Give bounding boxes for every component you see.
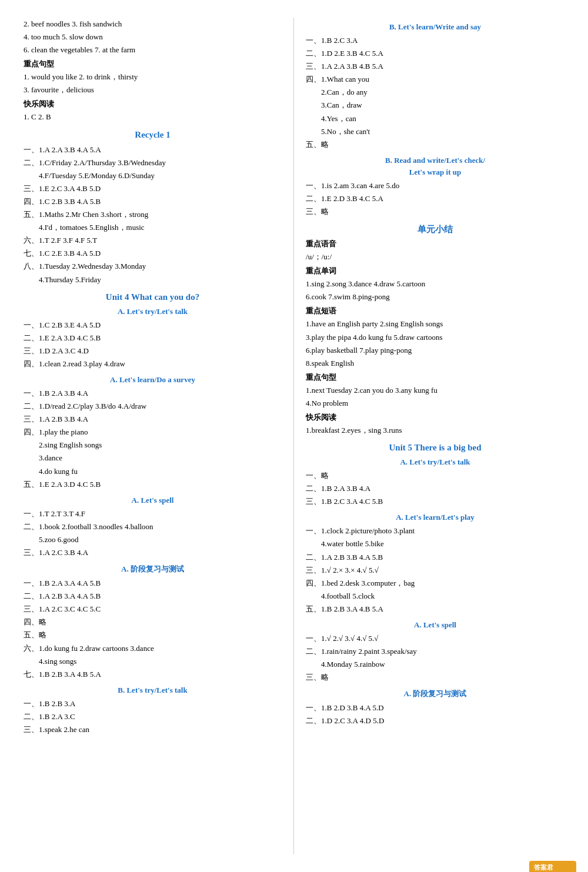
left-column: 2. beef noodles 3. fish sandwich 4. too … <box>24 18 294 854</box>
bll0: 一、1.B 2.C 3.A <box>306 34 564 47</box>
u4s0l0: 一、1.C 2.B 3.E 4.A 5.D <box>24 319 282 332</box>
u4s1l6: 4.do kung fu <box>24 465 282 478</box>
zcc0: 1.sing 2.song 3.dance 4.draw 5.cartoon <box>306 278 564 290</box>
zdy0: 1.have an English party 2.sing English s… <box>306 318 564 330</box>
u5s3l1: 二、1.D 2.C 3.A 4.D 5.D <box>306 714 564 727</box>
u4s0l1: 二、1.E 2.A 3.D 4.C 5.B <box>24 332 282 345</box>
r1-2: 二、1.C/Friday 2.A/Thursday 3.B/Wednesday <box>24 156 282 169</box>
kyl-1: 1. C 2. B <box>24 111 282 123</box>
u4s0l2: 三、1.D 2.A 3.C 4.D <box>24 345 282 358</box>
u5s0l2: 三、1.B 2.C 3.A 4.C 5.B <box>306 495 564 508</box>
u5s2l3: 三、略 <box>306 671 564 684</box>
zjl-1: 1. would you like 2. to drink，thirsty <box>24 71 282 83</box>
u5s1l0: 一、1.clock 2.picture/photo 3.plant <box>306 524 564 537</box>
u5s2l0: 一、1.√ 2.√ 3.√ 4.√ 5.√ <box>306 632 564 645</box>
u4s2l0: 一、1.T 2.T 3.T 4.F <box>24 507 282 520</box>
unit5-sub-1: A. Let's learn/Let's play 一、1.clock 2.pi… <box>306 513 564 616</box>
zjl-2: 3. favourite，delicious <box>24 83 282 96</box>
u4s3l4: 五、略 <box>24 629 282 642</box>
intro-line-1: 2. beef noodles 3. fish sandwich <box>24 18 282 31</box>
zhongdian-juzi2-label: 重点句型 <box>306 372 564 383</box>
u4s3l3: 四、略 <box>24 616 282 629</box>
bll8: 五、略 <box>306 138 564 151</box>
unit5-sub-0: A. Let's try/Let's talk 一、略 二、1.B 2.A 3.… <box>306 457 564 508</box>
unit5-title: Unit 5 There is a big bed <box>306 443 564 453</box>
u5s0l0: 一、略 <box>306 469 564 482</box>
b-lets-learn-title: B. Let's learn/Write and say <box>306 22 564 32</box>
bll7: 5.No，she can't <box>306 125 564 138</box>
unit4-sub-2: A. Let's spell 一、1.T 2.T 3.T 4.F 二、1.boo… <box>24 496 282 559</box>
zdy2: 6.play basketball 7.play ping-pong <box>306 344 564 357</box>
r1-3: 4.F/Tuesday 5.E/Monday 6.D/Sunday <box>24 169 282 182</box>
unit4-sub-0: A. Let's try/Let's talk 一、1.C 2.B 3.E 4.… <box>24 307 282 370</box>
zhongdian-juzi-label: 重点句型 <box>24 59 282 69</box>
u4s1l0: 一、1.B 2.A 3.B 4.A <box>24 387 282 400</box>
zhongdian-yuyin-label: 重点语音 <box>306 239 564 249</box>
unit4-sub1-title: A. Let's learn/Do a survey <box>24 375 282 385</box>
unit-summary-title: 单元小结 <box>306 224 564 235</box>
r1-4: 三、1.E 2.C 3.A 4.B 5.D <box>24 182 282 195</box>
brw0: 一、1.is 2.am 3.can 4.are 5.do <box>306 179 564 192</box>
u4s1l4: 2.sing English songs <box>24 439 282 452</box>
r1-1: 一、1.A 2.A 3.B 4.A 5.A <box>24 143 282 156</box>
unit5-sub1-title: A. Let's learn/Let's play <box>306 513 564 522</box>
bll6: 4.Yes，can <box>306 112 564 125</box>
zdy1: 3.play the pipa 4.do kung fu 5.draw cart… <box>306 331 564 344</box>
u5s1l1: 4.water bottle 5.bike <box>306 537 564 550</box>
u4s0l3: 四、1.clean 2.read 3.play 4.draw <box>24 358 282 370</box>
r1-10: 八、1.Tuesday 2.Wednesday 3.Monday <box>24 260 282 273</box>
u4s1l7: 五、1.E 2.A 3.D 4.C 5.B <box>24 478 282 491</box>
intro-lines: 2. beef noodles 3. fish sandwich 4. too … <box>24 18 282 56</box>
u4s3l2: 三、1.A 2.C 3.C 4.C 5.C <box>24 603 282 616</box>
u5s2l2: 4.Monday 5.rainbow <box>306 658 564 671</box>
zhongdian-cici-label: 重点单词 <box>306 266 564 276</box>
zhongdian-duanyu-label: 重点短语 <box>306 306 564 316</box>
u5s0l1: 二、1.B 2.A 3.B 4.A <box>306 482 564 495</box>
unit5-sub-2: A. Let's spell 一、1.√ 2.√ 3.√ 4.√ 5.√ 二、1… <box>306 620 564 684</box>
u5s3l0: 一、1.B 2.D 3.B 4.A 5.D <box>306 701 564 714</box>
kyl20: 1.breakfast 2.eyes，sing 3.runs <box>306 424 564 437</box>
u4s1l2: 三、1.A 2.B 3.B 4.A <box>24 413 282 426</box>
u4s3l6: 4.sing songs <box>24 655 282 668</box>
u5s1l3: 三、1.√ 2.× 3.× 4.√ 5.√ <box>306 564 564 577</box>
u4s1l3: 四、1.play the piano <box>24 426 282 439</box>
u5s1l5: 4.football 5.clock <box>306 590 564 603</box>
page: 2. beef noodles 3. fish sandwich 4. too … <box>0 0 588 872</box>
recycle1-title: Recycle 1 <box>24 130 282 140</box>
bll3: 四、1.What can you <box>306 73 564 86</box>
bll5: 3.Can，draw <box>306 99 564 112</box>
zdy3: 8.speak English <box>306 357 564 370</box>
intro-line-3: 6. clean the vegetables 7. at the farm <box>24 44 282 56</box>
kuaile-yuedu2-label: 快乐阅读 <box>306 412 564 423</box>
bll1: 二、1.D 2.E 3.B 4.C 5.A <box>306 47 564 60</box>
u5s2l1: 二、1.rain/rainy 2.paint 3.speak/say <box>306 645 564 658</box>
r1-11: 4.Thursday 5.Friday <box>24 273 282 286</box>
u4s3l0: 一、1.B 2.A 3.A 4.A 5.B <box>24 577 282 590</box>
r1-6: 五、1.Maths 2.Mr Chen 3.short，strong <box>24 208 282 221</box>
u4s2l1: 二、1.book 2.football 3.noodles 4.balloon <box>24 520 282 533</box>
u4s3l1: 二、1.A 2.B 3.A 4.A 5.B <box>24 590 282 603</box>
brw1: 二、1.E 2.D 3.B 4.C 5.A <box>306 192 564 205</box>
u4s3l5: 六、1.do kung fu 2.draw cartoons 3.dance <box>24 642 282 655</box>
unit4-sub2-title: A. Let's spell <box>24 496 282 505</box>
unit5-sub2-title: A. Let's spell <box>306 620 564 630</box>
bll4: 2.Can，do any <box>306 86 564 99</box>
r1-7: 4.I'd，tomatoes 5.English，music <box>24 221 282 234</box>
u5s1l4: 四、1.bed 2.desk 3.computer，bag <box>306 577 564 590</box>
watermark: 答案君 MXQE.COM <box>529 861 576 872</box>
u4s4l2: 三、1.speak 2.he can <box>24 723 282 736</box>
u5s1l2: 二、1.A 2.B 3.B 4.A 5.B <box>306 551 564 564</box>
b-read-write-title: B. Read and write/Let's check/ <box>306 156 564 165</box>
u4s1l5: 3.dance <box>24 452 282 465</box>
u4s2l2: 5.zoo 6.good <box>24 533 282 546</box>
zjl20: 1.next Tuesday 2.can you do 3.any kung f… <box>306 384 564 397</box>
u4s4l1: 二、1.B 2.A 3.C <box>24 710 282 723</box>
unit4-sub3-title: A. 阶段复习与测试 <box>24 564 282 574</box>
recycle1-lines: 一、1.A 2.A 3.B 4.A 5.A 二、1.C/Friday 2.A/T… <box>24 143 282 286</box>
unit4-sub-4: B. Let's try/Let's talk 一、1.B 2.B 3.A 二、… <box>24 686 282 736</box>
r1-9: 七、1.C 2.E 3.B 4.A 5.D <box>24 247 282 260</box>
zhongdian-yuyin-content: /u/；/u:/ <box>306 250 564 263</box>
zcc1: 6.cook 7.swim 8.ping-pong <box>306 290 564 303</box>
b-read-write-title2: Let's wrap it up <box>306 168 564 177</box>
r1-5: 四、1.C 2.B 3.B 4.A 5.B <box>24 195 282 208</box>
